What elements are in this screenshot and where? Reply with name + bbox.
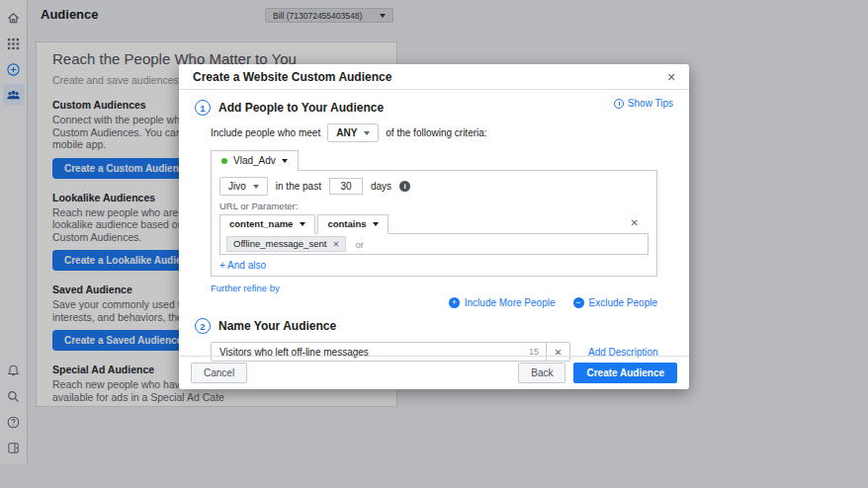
step-1-title: Add People to Your Audience xyxy=(218,101,384,115)
criteria-row: Include people who meet ANY of the follo… xyxy=(211,123,673,142)
chevron-down-icon xyxy=(300,222,305,226)
create-audience-button[interactable]: Create Audience xyxy=(573,363,677,383)
days-label: days xyxy=(371,181,391,192)
create-website-custom-audience-modal: Create a Website Custom Audience Show Ti… xyxy=(179,64,689,389)
pixel-dropdown[interactable]: Vlad_Adv xyxy=(211,150,299,171)
include-prefix-label: Include people who meet xyxy=(211,127,320,138)
audience-actions-row: Include More People Exclude People xyxy=(195,297,657,308)
operator-dropdown[interactable]: contains xyxy=(317,214,389,234)
further-refine-link[interactable]: Further refine by xyxy=(211,283,673,293)
modal-header: Create a Website Custom Audience xyxy=(179,64,689,90)
close-icon[interactable] xyxy=(663,69,679,85)
rule-card: Jivo in the past days URL or Parameter: … xyxy=(211,170,657,277)
modal-footer: Cancel Back Create Audience xyxy=(179,356,689,389)
pixel-name: Vlad_Adv xyxy=(233,155,276,166)
cancel-button[interactable]: Cancel xyxy=(191,363,247,383)
match-type-dropdown[interactable]: ANY xyxy=(327,123,379,142)
remove-rule-icon[interactable] xyxy=(631,217,639,228)
url-or-parameter-label: URL or Parameter: xyxy=(219,201,649,211)
back-button[interactable]: Back xyxy=(518,363,565,383)
chevron-down-icon xyxy=(282,159,288,163)
parameter-dropdown[interactable]: content_name xyxy=(219,214,315,234)
chevron-down-icon xyxy=(373,222,379,226)
and-also-link[interactable]: + And also xyxy=(219,260,649,271)
event-value: Jivo xyxy=(228,181,246,192)
operator-value: contains xyxy=(327,218,366,229)
match-type-value: ANY xyxy=(336,127,357,138)
event-dropdown[interactable]: Jivo xyxy=(219,177,268,196)
step-2-header: 2 Name Your Audience xyxy=(195,318,673,334)
pixel-status-dot-icon xyxy=(221,158,227,164)
chevron-down-icon xyxy=(364,131,370,135)
step-2-title: Name Your Audience xyxy=(218,319,336,333)
exclude-people-label: Exclude People xyxy=(589,297,658,308)
modal-title: Create a Website Custom Audience xyxy=(193,70,391,84)
days-input[interactable] xyxy=(329,178,363,195)
minus-circle-icon xyxy=(573,297,584,308)
plus-circle-icon xyxy=(449,297,460,308)
modal-body: 1 Add People to Your Audience Include pe… xyxy=(179,90,689,362)
step-2-number: 2 xyxy=(195,318,211,334)
or-placeholder: or xyxy=(355,239,363,250)
step-1-number: 1 xyxy=(195,100,211,116)
info-icon[interactable] xyxy=(399,181,410,192)
value-tag-label: Offline_message_sent xyxy=(233,238,326,249)
chevron-down-icon xyxy=(253,185,259,189)
in-the-past-label: in the past xyxy=(276,181,321,192)
remove-tag-icon[interactable] xyxy=(332,239,339,249)
event-row: Jivo in the past days xyxy=(219,177,649,196)
parameter-value-input[interactable]: Offline_message_sent or xyxy=(219,233,649,255)
include-more-people-link[interactable]: Include More People xyxy=(449,297,556,308)
parameter-value: content_name xyxy=(229,218,293,229)
value-tag-chip: Offline_message_sent xyxy=(226,236,346,252)
include-more-people-label: Include More People xyxy=(465,297,556,308)
app-screen: Audience Bill (713072455403548) Reach th… xyxy=(0,0,868,488)
parameter-row: content_name contains xyxy=(219,214,649,233)
include-suffix-label: of the following criteria: xyxy=(386,127,486,138)
step-1-header: 1 Add People to Your Audience xyxy=(195,100,673,116)
exclude-people-link[interactable]: Exclude People xyxy=(573,297,658,308)
